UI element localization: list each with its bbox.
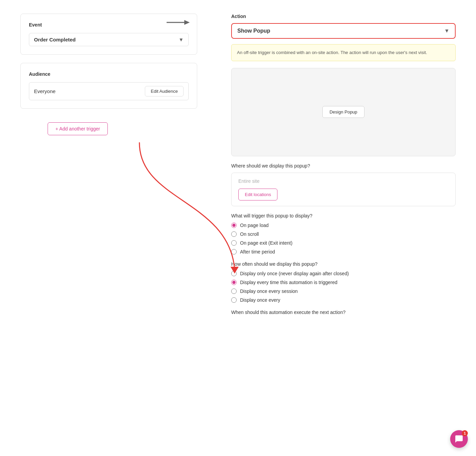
trigger-option-on-page-load[interactable]: On page load — [231, 223, 456, 228]
trigger-option-on-scroll[interactable]: On scroll — [231, 231, 456, 237]
frequency-radio-display-once-every[interactable] — [231, 297, 237, 303]
frequency-option-display-once-session[interactable]: Display once every session — [231, 288, 456, 294]
frequency-option-display-every-time[interactable]: Display every time this automation is tr… — [231, 280, 456, 285]
location-box: Entire site Edit locations — [231, 173, 456, 206]
action-value: Show Popup — [237, 28, 270, 34]
trigger-label: What will trigger this popup to display? — [231, 213, 456, 218]
frequency-radio-display-once[interactable] — [231, 271, 237, 276]
chat-icon — [455, 435, 463, 443]
frequency-radio-display-every-time[interactable] — [231, 280, 237, 285]
event-label: Event — [29, 22, 189, 28]
trigger-option-on-page-exit[interactable]: On page exit (Exit intent) — [231, 240, 456, 246]
trigger-option-after-time[interactable]: After time period — [231, 249, 456, 255]
svg-marker-2 — [184, 20, 190, 25]
action-label: Action — [231, 14, 456, 19]
trigger-label-after-time: After time period — [240, 249, 275, 255]
audience-row: Everyone Edit Audience — [29, 82, 189, 100]
event-chevron-icon: ▼ — [178, 37, 184, 42]
trigger-label-on-scroll: On scroll — [240, 231, 259, 237]
event-value: Order Completed — [34, 37, 76, 42]
action-chevron-icon: ▼ — [444, 28, 449, 34]
warning-box: An off-site trigger is combined with an … — [231, 44, 456, 61]
frequency-option-display-once[interactable]: Display only once (never display again a… — [231, 271, 456, 276]
frequency-radio-group: Display only once (never display again a… — [231, 271, 456, 303]
trigger-radio-on-scroll[interactable] — [231, 231, 237, 237]
next-action-label: When should this automation execute the … — [231, 310, 456, 315]
trigger-radio-on-page-exit[interactable] — [231, 240, 237, 246]
frequency-radio-display-once-session[interactable] — [231, 288, 237, 294]
location-placeholder: Entire site — [238, 178, 448, 184]
arrow-connector — [167, 18, 190, 27]
frequency-option-display-once-every[interactable]: Display once every — [231, 297, 456, 303]
display-location-label: Where should we display this popup? — [231, 163, 456, 169]
event-select[interactable]: Order Completed ▼ — [29, 33, 189, 46]
frequency-section: How often should we display this popup? … — [231, 261, 456, 303]
frequency-label-display-once-session: Display once every session — [240, 288, 298, 294]
popup-preview: Design Popup — [231, 68, 456, 156]
audience-card: Audience Everyone Edit Audience — [20, 63, 197, 109]
audience-value: Everyone — [34, 88, 55, 94]
audience-label: Audience — [29, 71, 189, 77]
frequency-label-display-every-time: Display every time this automation is tr… — [240, 280, 337, 285]
trigger-label-on-page-exit: On page exit (Exit intent) — [240, 240, 292, 246]
edit-audience-button[interactable]: Edit Audience — [145, 86, 184, 97]
frequency-label-display-once-every: Display once every — [240, 297, 280, 303]
edit-locations-button[interactable]: Edit locations — [238, 189, 277, 200]
trigger-radio-group: On page loadOn scrollOn page exit (Exit … — [231, 223, 456, 255]
frequency-label: How often should we display this popup? — [231, 261, 456, 267]
frequency-label-display-once: Display only once (never display again a… — [240, 271, 349, 276]
action-select[interactable]: Show Popup ▼ — [231, 23, 456, 39]
trigger-radio-after-time[interactable] — [231, 249, 237, 255]
trigger-radio-on-page-load[interactable] — [231, 223, 237, 228]
add-trigger-button[interactable]: + Add another trigger — [48, 122, 108, 135]
chat-bubble[interactable]: 1 — [450, 430, 468, 448]
chat-badge: 1 — [462, 430, 468, 436]
design-popup-button[interactable]: Design Popup — [322, 106, 364, 118]
trigger-label-on-page-load: On page load — [240, 223, 269, 228]
right-column: Action Show Popup ▼ An off-site trigger … — [197, 14, 456, 442]
